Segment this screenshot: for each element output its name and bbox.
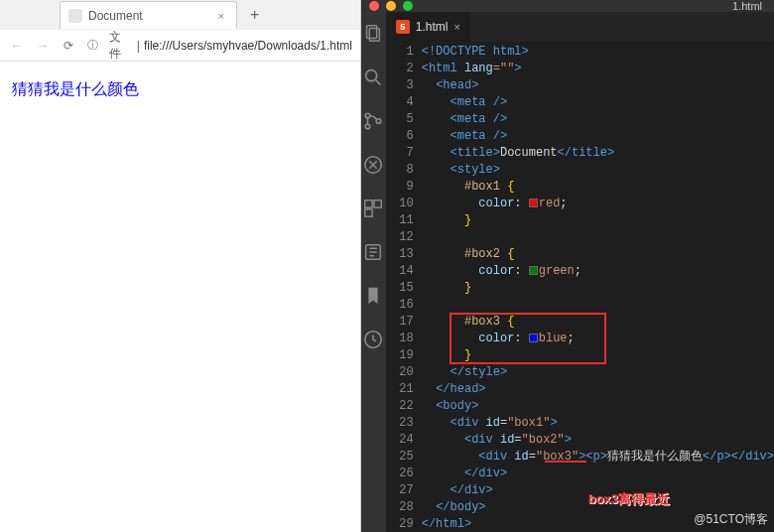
vscode-window: 1.html 5 1.html × 12345678910111213 [361, 0, 774, 532]
svg-point-3 [366, 113, 371, 118]
vscode-titlebar: 1.html [361, 0, 774, 12]
tab-title: Document [88, 9, 143, 23]
minimize-window-icon[interactable] [386, 1, 396, 11]
code-editor[interactable]: 1234567891011121314151617181920212223242… [386, 42, 774, 532]
svg-rect-8 [374, 200, 381, 207]
svg-point-5 [377, 119, 382, 124]
color-swatch-red [529, 199, 538, 207]
color-swatch-green [529, 266, 538, 275]
editor-area: 5 1.html × 12345678910111213141516171819… [386, 12, 774, 532]
watermark: @51CTO博客 [694, 511, 768, 528]
favicon-icon [68, 9, 82, 23]
url-scheme-label: 文件 [109, 29, 133, 63]
back-button[interactable]: ← [8, 37, 26, 55]
window-title: 1.html [413, 0, 766, 12]
annotation-underline [545, 461, 586, 463]
browser-window: Document × + ← → ⟳ ⓘ 文件 | file:///Users/… [0, 0, 361, 532]
address-bar: ← → ⟳ ⓘ 文件 | file:///Users/smyhvae/Downl… [0, 30, 360, 62]
extensions-icon[interactable] [361, 197, 385, 220]
json-icon[interactable] [361, 240, 385, 264]
annotation-text: box3离得最近 [588, 490, 670, 507]
browser-tabbar: Document × + [0, 0, 360, 30]
code-lines: <!DOCTYPE html> <html lang=""> <head> <m… [422, 42, 774, 532]
git-icon[interactable] [361, 109, 385, 133]
line-gutter: 1234567891011121314151617181920212223242… [386, 42, 422, 532]
close-window-icon[interactable] [369, 1, 379, 11]
page-content: 猜猜我是什么颜色 [0, 62, 360, 118]
files-icon[interactable] [361, 22, 385, 46]
close-icon[interactable]: × [453, 21, 459, 33]
editor-tabs: 5 1.html × [386, 12, 774, 42]
reload-button[interactable]: ⟳ [60, 37, 77, 55]
svg-rect-0 [367, 26, 377, 39]
editor-tab[interactable]: 5 1.html × [386, 12, 470, 42]
browser-tab[interactable]: Document × [60, 1, 237, 29]
window-controls [369, 1, 413, 11]
maximize-window-icon[interactable] [403, 1, 413, 11]
info-icon[interactable]: ⓘ [85, 38, 101, 54]
new-tab-button[interactable]: + [243, 3, 267, 27]
svg-rect-7 [365, 200, 372, 207]
close-icon[interactable]: × [214, 9, 228, 23]
debug-icon[interactable] [361, 153, 385, 177]
time-icon[interactable] [361, 328, 385, 351]
html5-icon: 5 [396, 20, 410, 34]
page-text: 猜猜我是什么颜色 [12, 79, 348, 100]
activity-bar [361, 12, 386, 532]
svg-rect-1 [370, 29, 380, 42]
annotation-box [450, 313, 606, 364]
url-display[interactable]: 文件 | file:///Users/smyhvae/Downloads/1.h… [109, 29, 352, 63]
bookmark-icon[interactable] [361, 284, 385, 308]
svg-point-2 [366, 70, 377, 81]
editor-tab-label: 1.html [416, 20, 449, 34]
svg-rect-9 [365, 209, 372, 216]
search-icon[interactable] [361, 66, 385, 89]
forward-button[interactable]: → [34, 37, 52, 55]
svg-point-4 [366, 124, 371, 129]
url-text: file:///Users/smyhvae/Downloads/1.html [144, 39, 352, 53]
